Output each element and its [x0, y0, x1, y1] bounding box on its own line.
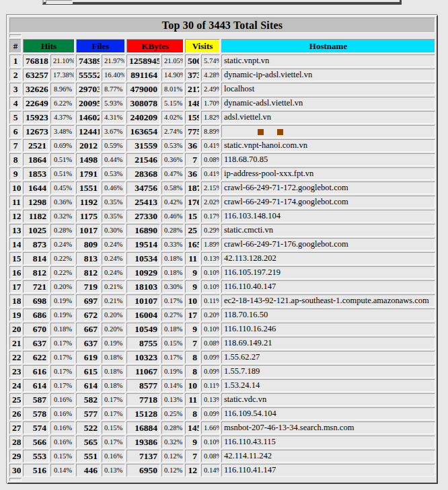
table-row: 23 616 0.17% 615 0.18% 11067 0.19% 8 0.0…	[9, 365, 435, 378]
hits-value: 553	[23, 450, 49, 462]
visits-percent: 2.15%	[201, 181, 220, 194]
hostname-cell: 42.113.128.202	[221, 252, 435, 265]
kbytes-value: 34756	[126, 181, 160, 194]
files-percent: 0.20%	[102, 309, 125, 321]
files-percent: 0.21%	[102, 294, 125, 307]
hits-percent: 0.22%	[50, 266, 75, 279]
hostname-cell: msnbot-207-46-13-34.search.msn.com	[221, 421, 435, 434]
previous-table-spacer-cell	[46, 0, 73, 4]
hits-value: 587	[23, 393, 49, 406]
kbytes-percent: 5.15%	[161, 97, 184, 110]
visits-value: 500	[185, 54, 200, 67]
visits-percent: 0.10%	[201, 323, 220, 335]
files-value: 809	[76, 238, 100, 251]
files-percent: 0.20%	[102, 323, 125, 335]
visits-percent: 0.09%	[201, 407, 220, 420]
visits-value: 11	[185, 393, 200, 406]
table-row: 24 614 0.17% 614 0.18% 8577 0.14% 10 0.1…	[9, 379, 435, 392]
visits-value: 36	[185, 139, 200, 152]
visits-value: 7	[185, 153, 200, 166]
kbytes-value: 891164	[126, 69, 160, 81]
visits-percent: 0.14%	[201, 464, 220, 477]
files-percent: 0.44%	[102, 153, 125, 166]
hostname-cell: localhost	[221, 83, 435, 95]
table-row: 1 76818 21.10% 74389 21.97% 1258945 21.0…	[9, 54, 435, 67]
hits-value: 1298	[23, 196, 49, 208]
hits-percent: 0.51%	[50, 153, 75, 166]
kbytes-percent: 0.58%	[161, 181, 184, 194]
visits-value: 148	[185, 97, 200, 110]
files-value: 446	[76, 464, 100, 477]
hostname-cell: 118.70.16.50	[221, 309, 435, 321]
visits-percent: 0.11%	[201, 294, 220, 307]
hostname-cell: static.cmcti.vn	[221, 224, 435, 237]
hits-value: 1182	[23, 210, 49, 222]
table-row: 16 812 0.22% 812 0.24% 10929 0.18% 9 0.1…	[9, 266, 435, 279]
hostname-cell: static.vnpt.vn	[221, 54, 435, 67]
visits-value: 176	[185, 196, 200, 208]
table-row: 10 1644 0.45% 1551 0.46% 34756 0.58% 187…	[9, 181, 435, 194]
hits-percent: 4.37%	[50, 111, 75, 124]
visits-value: 165	[185, 238, 200, 251]
column-header-visits: Visits	[185, 39, 220, 53]
visits-value: 9	[185, 280, 200, 293]
table-row: 9 1853 0.51% 1791 0.53% 28368 0.47% 36 0…	[9, 167, 435, 180]
kbytes-value: 8577	[126, 379, 160, 392]
hits-value: 670	[23, 323, 49, 335]
site-rank: 8	[9, 153, 22, 166]
spacer-cell	[9, 478, 22, 481]
files-value: 1791	[76, 167, 100, 180]
files-percent: 0.17%	[102, 436, 125, 448]
table-row: 20 670 0.18% 667 0.20% 10549 0.18% 9 0.1…	[9, 323, 435, 335]
site-rank: 13	[9, 224, 22, 237]
kbytes-percent: 0.17%	[161, 351, 184, 364]
kbytes-value: 479000	[126, 83, 160, 95]
broken-image-icon	[258, 129, 264, 135]
visits-percent: 5.74%	[201, 54, 220, 67]
files-value: 14602	[76, 111, 100, 124]
kbytes-percent: 0.42%	[161, 196, 184, 208]
hits-percent: 0.15%	[50, 450, 75, 462]
visits-value: 25	[185, 224, 200, 237]
visits-value: 145	[185, 421, 200, 434]
table-row: 19 686 0.19% 672 0.20% 16004 0.27% 17 0.…	[9, 309, 435, 321]
visits-value: 10	[185, 294, 200, 307]
hits-value: 686	[23, 309, 49, 321]
files-percent: 0.17%	[102, 407, 125, 420]
hostname-cell: 116.110.40.147	[221, 280, 435, 293]
table-row: 2 63257 17.38% 55552 16.40% 891164 14.90…	[9, 69, 435, 81]
files-percent: 5.93%	[102, 97, 125, 110]
site-rank: 6	[9, 125, 22, 138]
visits-value: 12	[185, 464, 200, 477]
files-value: 615	[76, 365, 100, 378]
hits-percent: 0.14%	[50, 464, 75, 477]
hits-value: 12673	[23, 125, 49, 138]
hits-percent: 0.16%	[50, 393, 75, 406]
kbytes-value: 18103	[126, 280, 160, 293]
hostname-cell: crawl-66-249-71-176.googlebot.com	[221, 238, 435, 251]
files-percent: 0.21%	[102, 280, 125, 293]
kbytes-value: 16004	[126, 309, 160, 321]
files-value: 619	[76, 351, 100, 364]
kbytes-percent: 0.15%	[161, 337, 184, 350]
visits-percent: 4.28%	[201, 69, 220, 81]
table-row: 22 622 0.17% 619 0.18% 10323 0.17% 8 0.0…	[9, 351, 435, 364]
files-percent: 3.67%	[102, 125, 125, 138]
site-rank: 11	[9, 196, 22, 208]
hits-percent: 0.36%	[50, 196, 75, 208]
hits-value: 812	[23, 266, 49, 279]
kbytes-percent: 0.33%	[161, 238, 184, 251]
site-rank: 28	[9, 436, 22, 448]
kbytes-value: 11067	[126, 365, 160, 378]
kbytes-percent: 0.12%	[161, 450, 184, 462]
site-rank: 30	[9, 464, 22, 477]
files-percent: 0.35%	[102, 210, 125, 222]
hostname-cell: ip-address-pool-xxx.fpt.vn	[221, 167, 435, 180]
table-row: 11 1298 0.36% 1192 0.35% 25413 0.42% 176…	[9, 196, 435, 208]
table-row: 29 553 0.15% 551 0.16% 7137 0.12% 7 0.08…	[9, 450, 435, 462]
kbytes-percent: 0.14%	[161, 379, 184, 392]
hits-percent: 0.19%	[50, 309, 75, 321]
hits-value: 63257	[23, 69, 49, 81]
visits-value: 9	[185, 436, 200, 448]
files-value: 667	[76, 323, 100, 335]
